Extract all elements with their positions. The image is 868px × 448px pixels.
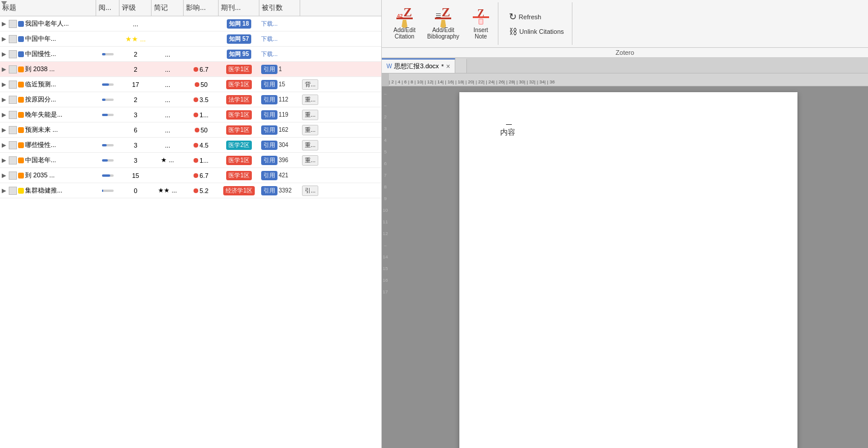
expand-arrow[interactable]: ▶	[2, 157, 8, 163]
table-row[interactable]: ▶ 中国慢性... 2 ... 知网 95 下载...	[0, 47, 381, 62]
doc-icon	[9, 20, 17, 28]
cell-impact: 4.5	[184, 138, 219, 152]
gutter-number: 17	[383, 287, 388, 298]
col-header-title[interactable]: 标题	[0, 0, 96, 16]
download-link[interactable]: 下载...	[261, 35, 277, 43]
refresh-icon: ↻	[509, 11, 516, 22]
cell-title: ▶ 中国慢性...	[0, 47, 96, 61]
table-row[interactable]: ▶ 集群稳健推... 0 ★★ ... 5.2 经济学1区 引用3392 引..…	[0, 183, 381, 198]
cite-count: 119	[279, 111, 289, 118]
add-edit-bibliography-button[interactable]: Z Add/Edit Bibliography	[423, 5, 464, 42]
extra-btn[interactable]: 重...	[302, 155, 318, 166]
cite-count: 3392	[279, 187, 291, 194]
cite-count: 15	[279, 81, 285, 88]
download-link[interactable]: 下载...	[261, 20, 277, 28]
unlink-citations-button[interactable]: ⛓ Unlink Citations	[505, 25, 567, 38]
journal-badge: 知网 57	[227, 34, 251, 44]
table-row[interactable]: ▶ 到 2038 ... 2 ... 6.7 医学1区 引用1	[0, 62, 381, 77]
journal-zone: 经济学1区	[223, 186, 255, 195]
expand-arrow[interactable]: ▶	[2, 142, 8, 148]
gutter-number: 9	[384, 194, 386, 204]
journal-zone: 医学1区	[226, 156, 252, 165]
cell-read	[96, 92, 120, 107]
col-header-impact[interactable]: 影响...	[184, 0, 219, 16]
insert-note-icon: Z	[472, 7, 490, 26]
tag-icon	[18, 66, 24, 72]
expand-arrow[interactable]: ▶	[2, 127, 8, 133]
doc-tab-label: 思想汇报3.docx	[394, 62, 438, 71]
cell-title: ▶ 晚年失能是...	[0, 107, 96, 122]
col-header-journal[interactable]: 期刊...	[219, 0, 259, 16]
cite-badge: 引用	[261, 171, 277, 180]
doc-icon	[9, 141, 17, 149]
table-row[interactable]: ▶ 中国老年... 3 ★ ... 1... 医学1区 引用396 重...	[0, 153, 381, 168]
doc-tab-active[interactable]: W 思想汇报3.docx * ×	[382, 58, 455, 73]
impact-dot	[194, 143, 198, 148]
impact-dot	[194, 113, 198, 117]
download-link[interactable]: 下载...	[261, 50, 277, 58]
table-row[interactable]: ▶ 临近预测... 17 ... 50 医学1区 引用15 背...	[0, 77, 381, 92]
rating-value: 3	[133, 157, 137, 164]
cell-extra: 重...	[300, 107, 335, 122]
expand-arrow[interactable]: ▶	[2, 187, 8, 194]
read-progress	[102, 83, 114, 86]
insert-note-button[interactable]: Z Insert Note	[466, 5, 496, 42]
doc-scroll-area[interactable]: 内容	[389, 86, 868, 448]
cell-read	[96, 107, 120, 122]
extra-btn[interactable]: 重...	[302, 110, 318, 120]
tag-icon	[18, 188, 24, 194]
cell-title: ▶ 预测未来 ...	[0, 123, 96, 137]
expand-arrow[interactable]: ▶	[2, 20, 8, 27]
table-row[interactable]: ▶ 预测未来 ... 6 ... 50 医学1区 引用162 重...	[0, 123, 381, 138]
table-row[interactable]: ▶ 按原因分... 2 ... 3.5 法学1区 引用112 重...	[0, 92, 381, 107]
cite-badge: 引用	[261, 95, 277, 104]
journal-zone: 医学1区	[226, 80, 252, 89]
extra-btn[interactable]: 重...	[302, 140, 318, 150]
cell-extra: 重...	[300, 138, 335, 152]
expand-arrow[interactable]: ▶	[2, 96, 8, 103]
cite-badge: 引用	[261, 65, 277, 74]
cell-rating: 2	[120, 47, 152, 61]
gutter-number: 14	[383, 252, 388, 262]
ruler-scale: | 2 | 4 | 6 | 8 | 10| | 12| | 14| | 16| …	[389, 74, 868, 86]
expand-arrow[interactable]: ▶	[2, 66, 8, 72]
col-header-read[interactable]: 阅...	[96, 0, 120, 16]
extra-btn[interactable]: 背...	[302, 79, 318, 90]
cell-journal: 医学2区	[219, 138, 259, 152]
impact-value: 6.7	[199, 172, 208, 179]
doc-icon	[9, 65, 17, 74]
doc-tab-close[interactable]: ×	[446, 62, 450, 71]
add-edit-bibliography-icon: Z	[434, 7, 452, 26]
cell-title: ▶ 临近预测...	[0, 77, 96, 92]
table-row[interactable]: ▶ 到 2035 ... 15 6.7 医学1区 引用421	[0, 168, 381, 183]
doc-content[interactable]: 内容	[500, 127, 757, 138]
cell-read	[96, 62, 120, 76]
rating-value: 0	[133, 187, 137, 194]
refresh-button[interactable]: ↻ Refresh	[505, 9, 567, 24]
expand-arrow[interactable]: ▶	[2, 51, 8, 57]
library-panel: 标题 阅... 评级 简记 影响... 期刊... 被引数 ▶ 我国中老年人..…	[0, 0, 382, 448]
cell-note	[152, 168, 184, 183]
expand-arrow[interactable]: ▶	[2, 111, 8, 118]
title-text: 我国中老年人...	[25, 19, 69, 28]
expand-arrow[interactable]: ▶	[2, 81, 8, 88]
table-row[interactable]: ▶ 我国中老年人... ... 知网 18 下载...	[0, 16, 381, 32]
gutter-number: 11	[383, 217, 388, 228]
add-edit-citation-button[interactable]: 42 Z Add/Edit Citation	[389, 5, 420, 42]
extra-btn[interactable]: 引...	[302, 186, 318, 196]
expand-arrow[interactable]: ▶	[2, 172, 8, 178]
add-edit-citation-label: Add/Edit Citation	[393, 27, 416, 40]
expand-arrow[interactable]: ▶	[2, 36, 8, 42]
table-row[interactable]: ▶ 晚年失能是... 3 ... 1... 医学1区 引用119 重...	[0, 107, 381, 123]
table-row[interactable]: ▶ 中国中年... ★★ ... 知网 57 下载...	[0, 32, 381, 47]
extra-btn[interactable]: 重...	[302, 125, 318, 135]
right-panel: 42 Z Add/Edit Citation	[382, 0, 868, 448]
col-header-cited[interactable]: 被引数	[259, 0, 300, 16]
col-header-note[interactable]: 简记	[152, 0, 184, 16]
doc-page: 内容	[459, 92, 797, 448]
table-row[interactable]: ▶ 哪些慢性... 3 ... 4.5 医学2区 引用304 重...	[0, 138, 381, 153]
col-header-rating[interactable]: 评级	[120, 0, 152, 16]
doc-tab-inactive[interactable]	[455, 58, 467, 73]
extra-btn[interactable]: 重...	[302, 94, 318, 105]
tag-icon	[18, 173, 24, 178]
